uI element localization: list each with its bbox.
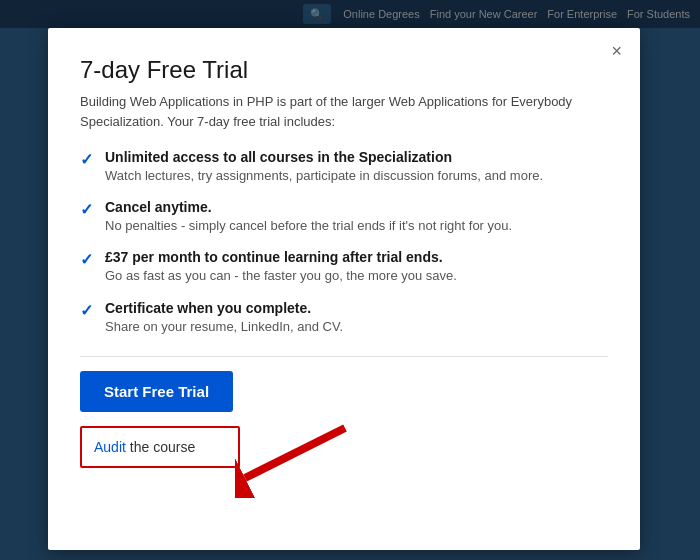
feature-title-2: £37 per month to continue learning after…: [105, 249, 608, 265]
feature-item-0: ✓ Unlimited access to all courses in the…: [80, 149, 608, 185]
feature-item-2: ✓ £37 per month to continue learning aft…: [80, 249, 608, 285]
modal-dialog: × 7-day Free Trial Building Web Applicat…: [48, 28, 640, 550]
audit-box: Audit the course: [80, 426, 240, 468]
check-icon-1: ✓: [80, 200, 93, 219]
feature-text-3: Certificate when you complete. Share on …: [105, 300, 608, 336]
check-icon-0: ✓: [80, 150, 93, 169]
feature-text-1: Cancel anytime. No penalties - simply ca…: [105, 199, 608, 235]
close-button[interactable]: ×: [611, 42, 622, 60]
start-trial-button[interactable]: Start Free Trial: [80, 371, 233, 412]
check-icon-3: ✓: [80, 301, 93, 320]
red-arrow-icon: [235, 418, 355, 498]
feature-item-1: ✓ Cancel anytime. No penalties - simply …: [80, 199, 608, 235]
feature-title-1: Cancel anytime.: [105, 199, 608, 215]
feature-desc-1: No penalties - simply cancel before the …: [105, 217, 608, 235]
audit-rest-text: the course: [126, 439, 195, 455]
feature-title-3: Certificate when you complete.: [105, 300, 608, 316]
feature-desc-2: Go as fast as you can - the faster you g…: [105, 267, 608, 285]
cta-section: Start Free Trial Audit the course: [80, 357, 608, 468]
modal-subtitle: Building Web Applications in PHP is part…: [80, 92, 580, 131]
check-icon-2: ✓: [80, 250, 93, 269]
features-list: ✓ Unlimited access to all courses in the…: [80, 149, 608, 336]
feature-item-3: ✓ Certificate when you complete. Share o…: [80, 300, 608, 336]
feature-text-2: £37 per month to continue learning after…: [105, 249, 608, 285]
audit-container: Audit the course: [80, 426, 240, 468]
feature-text-0: Unlimited access to all courses in the S…: [105, 149, 608, 185]
feature-desc-0: Watch lectures, try assignments, partici…: [105, 167, 608, 185]
audit-link[interactable]: Audit: [94, 439, 126, 455]
modal-title: 7-day Free Trial: [80, 56, 608, 84]
feature-desc-3: Share on your resume, LinkedIn, and CV.: [105, 318, 608, 336]
svg-line-1: [245, 428, 345, 478]
feature-title-0: Unlimited access to all courses in the S…: [105, 149, 608, 165]
